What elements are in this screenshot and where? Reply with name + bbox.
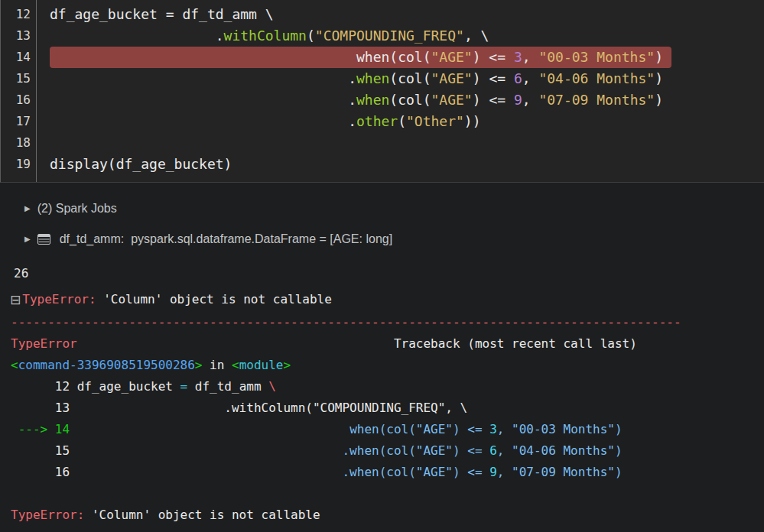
traceback-line: 12 df_age_bucket = df_td_amm \ <box>11 376 764 397</box>
code-line[interactable]: 13 .withColumn("COMPOUNDING_FREQ", \ <box>1 25 764 47</box>
dataframe-type: pyspark.sql.dataframe.DataFrame = [AGE: … <box>131 232 392 246</box>
spark-jobs-toggle[interactable]: ▶ (2) Spark Jobs <box>24 198 764 219</box>
traceback-line: ---> 14 when(col("AGE") <= 3, "00-03 Mon… <box>11 419 764 440</box>
dataframe-row-toggle[interactable]: ▶ df_td_amm: pyspark.sql.dataframe.DataF… <box>24 229 764 250</box>
cell-results: ▶ (2) Spark Jobs ▶ df_td_amm: pyspark.sq… <box>0 198 764 526</box>
line-number: 14 <box>1 47 36 68</box>
spark-jobs-label: (2) Spark Jobs <box>37 202 117 216</box>
traceback-line: 15 .when(col("AGE") <= 6, "04-06 Months"… <box>11 440 764 462</box>
execution-count: 26 <box>14 263 764 284</box>
line-number: 16 <box>1 89 36 111</box>
expand-triangle-icon[interactable]: ▶ <box>24 235 31 243</box>
code-line[interactable]: 19display(df_age_bucket) <box>1 154 764 175</box>
traceback-line: TypeError Traceback (most recent call la… <box>11 333 764 355</box>
line-number: 19 <box>1 154 36 175</box>
error-traceback: ----------------------------------------… <box>11 312 764 526</box>
expand-triangle-icon[interactable]: ▶ <box>24 205 31 212</box>
error-summary-message: 'Column' object is not callable <box>96 289 332 310</box>
code-editor[interactable]: 12df_age_bucket = df_td_amm \13 .withCol… <box>0 0 764 183</box>
code-line[interactable]: 16 .when(col("AGE") <= 9, "07-09 Months"… <box>1 89 764 111</box>
traceback-line: 16 .when(col("AGE") <= 9, "07-09 Months"… <box>11 462 764 483</box>
line-number: 18 <box>1 132 36 154</box>
traceback-line: 13 .withColumn("COMPOUNDING_FREQ", \ <box>11 397 764 419</box>
traceback-line: <command-3396908519500286> in <module> <box>11 355 764 376</box>
error-summary: ⊟ TypeError: 'Column' object is not call… <box>10 289 764 310</box>
traceback-line: ----------------------------------------… <box>11 312 764 333</box>
line-number: 12 <box>1 4 36 25</box>
code-line[interactable]: 14 when(col("AGE") <= 3, "00-03 Months") <box>1 47 764 68</box>
error-summary-type: TypeError: <box>22 289 96 310</box>
table-icon <box>37 234 50 245</box>
collapse-icon[interactable]: ⊟ <box>10 289 21 310</box>
code-line[interactable]: 15 .when(col("AGE") <= 6, "04-06 Months"… <box>1 68 764 89</box>
traceback-line <box>11 483 764 504</box>
code-line[interactable]: 18 <box>1 132 764 154</box>
traceback-line: TypeError: 'Column' object is not callab… <box>11 504 764 526</box>
code-line[interactable]: 17 .other("Other")) <box>1 111 764 132</box>
dataframe-name: df_td_amm: <box>60 232 124 246</box>
line-number: 13 <box>1 25 36 47</box>
line-number: 17 <box>1 111 36 132</box>
code-line[interactable]: 12df_age_bucket = df_td_amm \ <box>1 4 764 25</box>
line-number: 15 <box>1 68 36 89</box>
